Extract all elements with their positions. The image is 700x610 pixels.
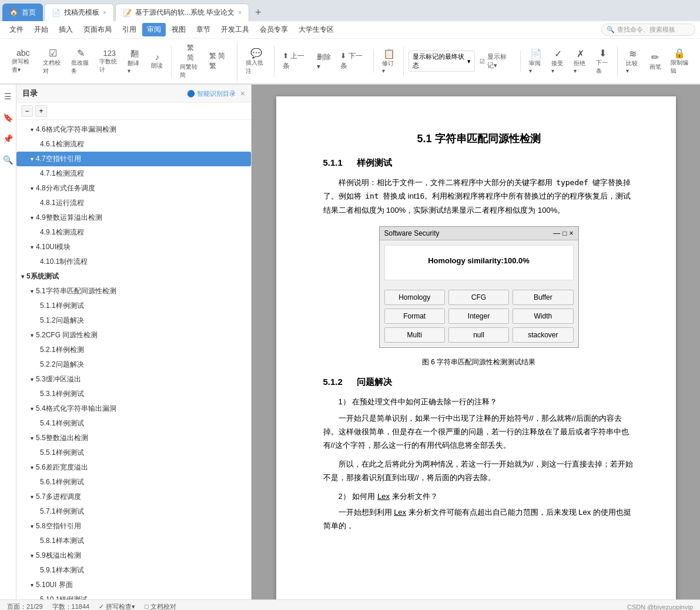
sw-close-btn[interactable]: × xyxy=(569,229,573,237)
toc-item[interactable]: ▾4.6格式化字符串漏洞检测 xyxy=(16,122,251,137)
pin-sidebar-btn[interactable]: 📌 xyxy=(1,132,15,146)
toc-item[interactable]: ▾5.10UI 界面 xyxy=(16,578,251,592)
smart-recognize-btn[interactable]: 🔵 智能识别目录 xyxy=(187,89,236,98)
sw-btn-stackover[interactable]: stackover xyxy=(513,327,573,343)
toc-item[interactable]: 4.8.1运行流程 xyxy=(16,196,251,210)
menu-view[interactable]: 视图 xyxy=(167,23,190,36)
wordcount-btn[interactable]: 123 字数统计 xyxy=(96,47,123,76)
new-tab-btn[interactable]: + xyxy=(249,4,267,21)
trad-to-simp-btn[interactable]: 繁简 间繁转简 xyxy=(176,41,205,81)
toc-item[interactable]: 5.10.1样例测试 xyxy=(16,592,251,599)
sw-maximize-btn[interactable]: □ xyxy=(562,229,567,237)
toc-item[interactable]: 5.5.1样例测试 xyxy=(16,445,251,460)
menu-chapter[interactable]: 章节 xyxy=(192,23,215,36)
toc-item[interactable]: ▾4.8分布式任务调度 xyxy=(16,181,251,196)
wps-tab-close[interactable]: × xyxy=(103,9,106,16)
toc-item[interactable]: ▾5.7多进程调度 xyxy=(16,490,251,504)
toc-item[interactable]: ▾4.7空指针引用 xyxy=(16,152,251,166)
translate-btn[interactable]: 翻 翻译▾ xyxy=(124,47,145,76)
toc-item[interactable]: ▾5.1字符串匹配同源性检测 xyxy=(16,284,251,299)
toc-expand-btn[interactable]: + xyxy=(35,105,47,117)
toc-item[interactable]: 5.1.1样例测试 xyxy=(16,299,251,313)
search-box[interactable]: 🔍 查找命令、搜索模板 xyxy=(601,24,695,36)
toc-item[interactable]: 4.10.1制作流程 xyxy=(16,254,251,269)
spell-check-btn[interactable]: abc 拼写检查▾ xyxy=(8,46,38,76)
sw-minimize-btn[interactable]: — xyxy=(553,229,560,237)
toc-item[interactable]: 5.2.1样例检测 xyxy=(16,343,251,357)
toc-item[interactable]: 4.7.1检测流程 xyxy=(16,166,251,181)
prev-item-btn[interactable]: ⬆ 上一条 xyxy=(279,49,312,73)
toc-item[interactable]: 5.6.1样例测试 xyxy=(16,475,251,490)
restrict-btn[interactable]: 🔒 限制编辑 xyxy=(667,46,692,77)
read-btn[interactable]: ♪ 朗读 xyxy=(146,51,168,72)
toc-item[interactable]: ▾5.3缓冲区溢出 xyxy=(16,372,251,387)
menu-layout[interactable]: 页面布局 xyxy=(79,23,116,36)
toc-item[interactable]: 5.3.1样例测试 xyxy=(16,387,251,401)
brush-btn[interactable]: ✏ 画笔 xyxy=(645,50,666,73)
search-sidebar-btn[interactable]: 🔍 xyxy=(1,153,15,167)
doc-tab-close[interactable]: × xyxy=(238,9,242,16)
toc-item[interactable]: 4.6.1检测流程 xyxy=(16,137,251,152)
display-state-arrow: ▾ xyxy=(467,58,471,65)
toc-item[interactable]: 5.7.1样例测试 xyxy=(16,504,251,519)
toc-item[interactable]: 5.4.1样例测试 xyxy=(16,416,251,431)
toc-item[interactable]: ▾5.6差距宽度溢出 xyxy=(16,460,251,475)
review-btn[interactable]: 📄 审阅▾ xyxy=(525,46,547,76)
next-change-btn[interactable]: ⬇ 下一条 xyxy=(592,46,614,77)
toc-item[interactable]: 5.2.2问题解决 xyxy=(16,357,251,372)
delete-btn[interactable]: 删除▾ xyxy=(313,51,336,72)
sw-btn-buffer[interactable]: Buffer xyxy=(513,290,573,305)
track-btn[interactable]: 📋 修订▾ xyxy=(379,46,400,76)
toc-item[interactable]: 5.1.2问题解决 xyxy=(16,313,251,328)
read-icon: ♪ xyxy=(155,52,159,62)
bookmark-sidebar-btn[interactable]: 🔖 xyxy=(1,110,15,125)
menu-member[interactable]: 会员专享 xyxy=(255,23,293,36)
menu-file[interactable]: 文件 xyxy=(5,23,28,36)
toc-item[interactable]: ▾5.8空指针引用 xyxy=(16,519,251,534)
home-tab[interactable]: 🏠 首页 xyxy=(2,4,43,21)
toc-item[interactable]: 4.9.1检测流程 xyxy=(16,225,251,240)
correction-btn[interactable]: ✎ 批改服务 xyxy=(68,46,95,77)
toc-item[interactable]: ▾5.5整数溢出检测 xyxy=(16,431,251,445)
toc-item[interactable]: 5.9.1样本测试 xyxy=(16,563,251,578)
simp-to-trad-btn[interactable]: 繁 简繁 xyxy=(206,49,233,73)
menu-review[interactable]: 审阅 xyxy=(142,23,166,36)
simp-to-trad-icon: 繁 简繁 xyxy=(209,51,230,71)
sw-btn-homology[interactable]: Homology xyxy=(384,290,445,305)
menu-start[interactable]: 开始 xyxy=(29,23,53,36)
smart-label: 智能识别目录 xyxy=(197,89,236,98)
toc-item[interactable]: 5.8.1样本测试 xyxy=(16,534,251,548)
sw-btn-integer[interactable]: Integer xyxy=(448,309,509,324)
menu-ref[interactable]: 引用 xyxy=(118,23,141,36)
menu-dev[interactable]: 开发工具 xyxy=(216,23,254,36)
doc-check-btn[interactable]: ☑ 文档校对 xyxy=(39,46,66,77)
sw-btn-width[interactable]: Width xyxy=(513,309,573,324)
toc-item[interactable]: ▾5.4格式化字符串输出漏洞 xyxy=(16,401,251,416)
wps-tab[interactable]: 📄 找稿壳模板 × xyxy=(44,4,114,21)
toc-item[interactable]: ▾5.9栈溢出检测 xyxy=(16,548,251,563)
toc-item[interactable]: ▾4.9整数运算溢出检测 xyxy=(16,210,251,225)
nav-sidebar-btn[interactable]: ☰ xyxy=(1,89,15,103)
sw-btn-cfg[interactable]: CFG xyxy=(448,290,509,305)
compare-btn[interactable]: ≋ 比较▾ xyxy=(622,46,644,76)
sw-btn-format[interactable]: Format xyxy=(384,309,445,324)
doc-check-status[interactable]: □ 文档校对 xyxy=(145,602,176,610)
doc-tab[interactable]: 📝 基于源代码的软...系统 毕业论文 × xyxy=(115,4,249,21)
spell-check-status[interactable]: ✓ 拼写检查▾ xyxy=(99,602,135,610)
toc-item[interactable]: ▾4.10UI模块 xyxy=(16,240,251,254)
display-state-btn[interactable]: 显示标记的最终状态 ▾ xyxy=(408,51,474,72)
toc-item[interactable]: ▾5系统测试 xyxy=(16,269,251,284)
reject-btn[interactable]: ✗ 拒绝▾ xyxy=(570,46,591,76)
correction-icon: ✎ xyxy=(77,48,85,59)
accept-btn[interactable]: ✓ 接受▾ xyxy=(548,46,569,76)
menu-student[interactable]: 大学生专区 xyxy=(294,23,339,36)
sw-btn-multi[interactable]: Multi xyxy=(384,327,445,343)
toc-collapse-btn[interactable]: − xyxy=(21,105,33,117)
show-marks-btn[interactable]: ☑ 显示标记▾ xyxy=(476,51,517,72)
sw-btn-null[interactable]: null xyxy=(448,327,509,343)
toc-item[interactable]: ▾5.2CFG 同源性检测 xyxy=(16,328,251,343)
toc-close-btn[interactable]: × xyxy=(240,89,245,98)
insert-comment-btn[interactable]: 💬 插入批注 xyxy=(242,46,270,77)
next-item-btn[interactable]: ⬇ 下一条 xyxy=(337,49,370,73)
menu-insert[interactable]: 插入 xyxy=(54,23,78,36)
